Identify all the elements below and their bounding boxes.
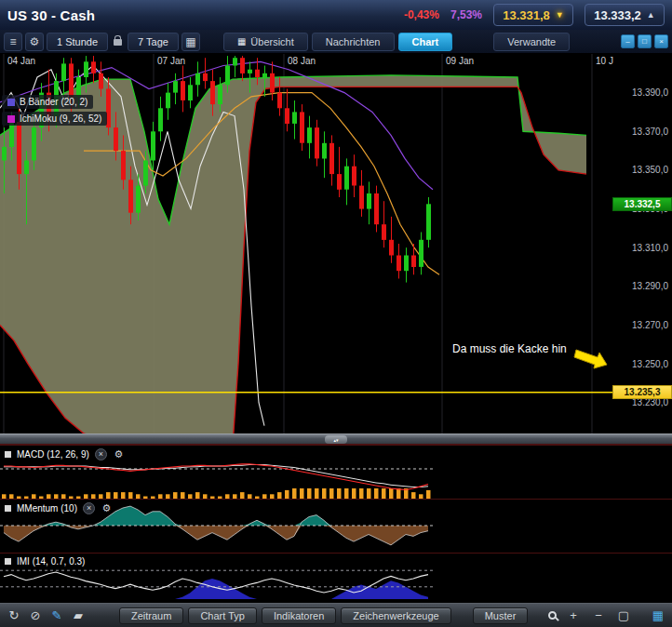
period-select[interactable]: 7 Tage: [128, 33, 179, 51]
zoom-out-icon[interactable]: −: [590, 607, 607, 624]
rotate-icon[interactable]: ↻: [6, 607, 22, 624]
splitter-handle[interactable]: ▴▾: [325, 435, 347, 444]
pencil-icon[interactable]: ✎: [48, 607, 65, 624]
price-down-arrow-icon: ▼: [556, 10, 564, 20]
indikatoren-button[interactable]: Indikatoren: [262, 607, 336, 624]
bollinger-color-swatch: [7, 99, 15, 106]
momentum-panel: MMentum (10) × ⚙: [0, 499, 672, 553]
tab-uebersicht[interactable]: ▦ Übersicht: [223, 33, 308, 51]
svg-text:07 Jan: 07 Jan: [157, 56, 185, 66]
svg-text:10 J: 10 J: [596, 56, 613, 66]
svg-text:13.270,0: 13.270,0: [632, 320, 668, 330]
svg-text:08 Jan: 08 Jan: [288, 56, 316, 66]
matrix-grid-icon[interactable]: ▦: [650, 607, 666, 624]
momentum-close-icon[interactable]: ×: [83, 502, 95, 514]
minimize-button[interactable]: –: [621, 34, 635, 48]
legend-bollinger-label: B Bänder (20, 2): [20, 97, 87, 107]
sell-price-value: 13.331,8: [503, 8, 550, 22]
sell-price-button[interactable]: 13.331,8 ▼: [493, 4, 573, 26]
momentum-gear-icon[interactable]: ⚙: [101, 502, 113, 514]
order-level-badge[interactable]: 13.235,3: [612, 385, 672, 399]
lock-icon[interactable]: [114, 39, 122, 46]
momentum-header: MMentum (10) × ⚙: [5, 502, 113, 514]
ichimoku-color-swatch: [7, 115, 15, 123]
macd-bullet-icon: [5, 451, 11, 458]
eraser-icon[interactable]: ▰: [70, 607, 87, 624]
interval-label: 1 Stunde: [57, 36, 98, 47]
tab-verwandte-label: Verwandte: [507, 36, 556, 47]
buy-price-value: 13.333,2: [594, 8, 641, 22]
tab-nachrichten-label: Nachrichten: [326, 36, 381, 47]
buy-price-button[interactable]: 13.333,2 ▲: [585, 4, 665, 26]
tab-chart[interactable]: Chart: [398, 33, 453, 51]
zoom-controls: + − ▢ ▦: [548, 607, 666, 624]
zoom-in-icon[interactable]: +: [565, 607, 582, 624]
header-bar: US 30 - Cash -0,43% 7,53% 13.331,8 ▼ 13.…: [0, 0, 672, 30]
overview-grid-icon: ▦: [237, 36, 246, 47]
svg-text:04 Jan: 04 Jan: [7, 56, 35, 66]
indicator-legend: B Bänder (20, 2) IchiMoku (9, 26, 52): [2, 95, 107, 128]
macd-gear-icon[interactable]: ⚙: [113, 448, 125, 460]
imi-panel: IMI (14, 0.7, 0.3): [0, 553, 672, 603]
tab-nachrichten[interactable]: Nachrichten: [312, 33, 395, 51]
svg-text:13.250,0: 13.250,0: [632, 359, 668, 369]
svg-text:09 Jan: 09 Jan: [446, 56, 474, 66]
trading-app-window: US 30 - Cash -0,43% 7,53% 13.331,8 ▼ 13.…: [0, 0, 672, 627]
svg-text:13.390,0: 13.390,0: [632, 87, 668, 98]
macd-close-icon[interactable]: ×: [95, 448, 107, 460]
calendar-icon[interactable]: ▦: [181, 33, 200, 51]
main-chart-area: 13.390,013.370,013.350,013.330,013.310,0…: [0, 54, 672, 434]
range-percent: 7,53%: [450, 8, 482, 21]
svg-text:13.290,0: 13.290,0: [632, 281, 668, 291]
instrument-title: US 30 - Cash: [7, 7, 95, 23]
list-icon[interactable]: ≡: [4, 33, 22, 51]
current-price-value: 13.332,5: [625, 199, 661, 209]
header-right: -0,43% 7,53% 13.331,8 ▼ 13.333,2 ▲: [404, 4, 665, 26]
bottom-toolbar: ↻ ⊘ ✎ ▰ Zeitraum Chart Typ Indikatoren Z…: [0, 603, 672, 627]
order-level-value: 13.235,3: [625, 387, 661, 397]
tab-verwandte[interactable]: Verwandte: [493, 33, 570, 51]
muster-button[interactable]: Muster: [473, 607, 529, 624]
macd-header: MACD (12, 26, 9) × ⚙: [5, 448, 125, 460]
legend-ichimoku-label: IchiMoku (9, 26, 52): [20, 113, 101, 124]
momentum-title: MMentum (10): [17, 503, 77, 514]
tab-chart-label: Chart: [412, 36, 439, 47]
zeitraum-button[interactable]: Zeitraum: [119, 607, 183, 624]
imi-title: IMI (14, 0.7, 0.3): [17, 556, 85, 567]
change-percent: -0,43%: [404, 8, 439, 21]
svg-text:13.310,0: 13.310,0: [632, 243, 668, 253]
svg-text:13.350,0: 13.350,0: [632, 165, 668, 175]
period-label: 7 Tage: [138, 36, 168, 47]
magnifier-icon[interactable]: [548, 611, 557, 620]
imi-canvas[interactable]: [0, 554, 672, 604]
gear-icon[interactable]: ⚙: [25, 33, 44, 51]
zeichenwerkzeuge-button[interactable]: Zeichenwerkzeuge: [341, 607, 450, 624]
panel-splitter: ▴▾: [0, 434, 672, 445]
current-price-badge: 13.332,5: [612, 197, 672, 211]
macd-panel: MACD (12, 26, 9) × ⚙: [0, 445, 672, 499]
reset-view-icon[interactable]: ▢: [615, 607, 632, 624]
interval-select[interactable]: 1 Stunde: [47, 33, 108, 51]
chart-toolbar: ≡ ⚙ 1 Stunde 7 Tage ▦ ▦ Übersicht Nachri…: [0, 30, 672, 54]
imi-header: IMI (14, 0.7, 0.3): [5, 556, 85, 567]
close-button[interactable]: ×: [654, 34, 668, 48]
tab-uebersicht-label: Übersicht: [250, 36, 293, 47]
chart-annotation-text: Da muss die Kacke hin: [452, 342, 567, 355]
window-controls: – □ ×: [618, 34, 668, 48]
macd-title: MACD (12, 26, 9): [17, 449, 89, 460]
disable-drawing-icon[interactable]: ⊘: [27, 607, 44, 624]
legend-bollinger[interactable]: B Bänder (20, 2): [2, 95, 93, 109]
price-up-arrow-icon: ▲: [647, 10, 655, 20]
imi-bullet-icon: [5, 558, 11, 565]
maximize-button[interactable]: □: [638, 34, 652, 48]
momentum-bullet-icon: [5, 505, 11, 512]
legend-ichimoku[interactable]: IchiMoku (9, 26, 52): [2, 112, 107, 126]
svg-text:13.370,0: 13.370,0: [632, 127, 668, 137]
chart-typ-button[interactable]: Chart Typ: [188, 607, 257, 624]
